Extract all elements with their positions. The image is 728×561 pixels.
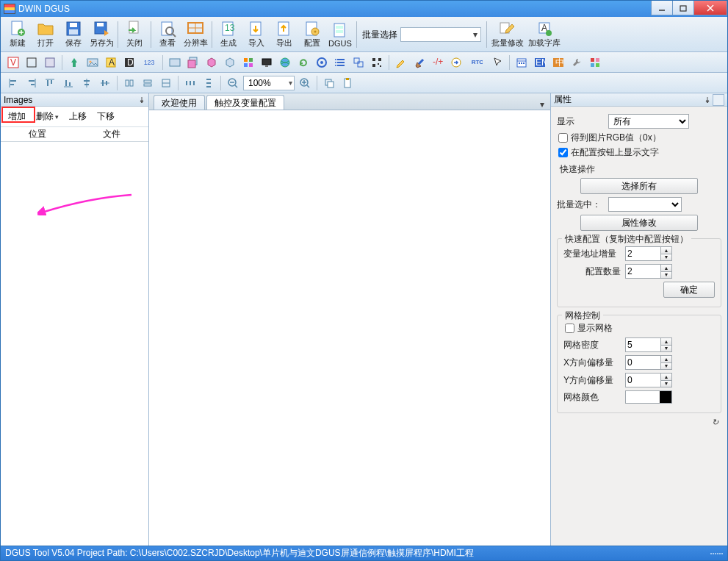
tool-image2-icon[interactable] xyxy=(167,54,183,71)
tool-globe-icon[interactable] xyxy=(277,54,293,71)
generate-button[interactable]: 13生成 xyxy=(215,18,242,51)
tool-square-icon[interactable] xyxy=(24,54,40,71)
align-center-h-icon[interactable] xyxy=(79,75,95,91)
dgus-button[interactable]: DGUS xyxy=(326,18,354,51)
close-window-button[interactable] xyxy=(693,1,727,15)
zoom-out-icon[interactable] xyxy=(225,75,241,91)
export-button[interactable]: 导出 xyxy=(270,18,298,51)
yoffset-spinner[interactable]: ▲▼ xyxy=(625,373,672,387)
tool-resize-icon[interactable] xyxy=(350,54,367,71)
tool-cursor-icon[interactable] xyxy=(489,54,505,71)
images-list[interactable] xyxy=(1,142,148,546)
tool-calendar-icon[interactable] xyxy=(513,54,530,71)
pin-icon[interactable] xyxy=(704,96,711,104)
tool-v-icon[interactable]: V xyxy=(5,54,21,71)
spin-down-icon[interactable]: ▼ xyxy=(660,345,672,353)
tool-en-icon[interactable]: EN xyxy=(532,54,548,71)
images-moveup-button[interactable]: 上移 xyxy=(65,109,91,124)
tab-welcome[interactable]: 欢迎使用 xyxy=(154,95,205,110)
batch-edit-button[interactable]: 批量修改 xyxy=(489,18,526,51)
zoom-combo[interactable]: 100%▾ xyxy=(243,76,295,90)
spin-down-icon[interactable]: ▼ xyxy=(660,254,672,262)
spin-up-icon[interactable]: ▲ xyxy=(660,373,672,380)
images-add-button[interactable]: 增加 xyxy=(4,109,30,124)
resolution-button[interactable]: 分辨率 xyxy=(181,18,209,51)
spin-down-icon[interactable]: ▼ xyxy=(660,380,672,388)
save-button[interactable]: 保存 xyxy=(60,18,87,51)
tool-list-icon[interactable] xyxy=(332,54,348,71)
rgb-checkbox[interactable] xyxy=(558,133,568,143)
tool-grid-icon[interactable] xyxy=(587,54,603,71)
resize-grip-icon[interactable] xyxy=(710,553,723,554)
align-left-icon[interactable] xyxy=(5,75,21,91)
distribute-h-icon[interactable] xyxy=(182,75,198,91)
refresh-icon[interactable]: ↻ xyxy=(712,418,718,427)
tool-brush-icon[interactable] xyxy=(411,54,428,71)
paste-icon[interactable] xyxy=(339,75,356,91)
spin-down-icon[interactable]: ▼ xyxy=(660,271,672,279)
tool-square2-icon[interactable] xyxy=(42,54,58,71)
display-select[interactable]: 所有 xyxy=(608,114,689,129)
tool-images-icon[interactable] xyxy=(185,54,201,71)
align-center-v-icon[interactable] xyxy=(97,75,113,91)
griddensity-spinner[interactable]: ▲▼ xyxy=(625,337,672,352)
spin-up-icon[interactable]: ▲ xyxy=(660,337,672,345)
gridcolor-picker[interactable] xyxy=(625,390,672,404)
import-button[interactable]: 导入 xyxy=(242,18,270,51)
ok-button[interactable]: 确定 xyxy=(663,282,715,298)
tool-d-icon[interactable]: D xyxy=(121,54,137,71)
same-width-icon[interactable] xyxy=(121,75,137,91)
zoom-in-icon[interactable] xyxy=(297,75,313,91)
images-movedown-button[interactable]: 下移 xyxy=(93,109,119,124)
align-right-icon[interactable] xyxy=(24,75,40,91)
tool-a-icon[interactable]: A xyxy=(103,54,119,71)
same-height-icon[interactable] xyxy=(140,75,156,91)
close-doc-button[interactable]: 关闭 xyxy=(120,18,148,51)
spin-up-icon[interactable]: ▲ xyxy=(660,264,672,271)
spin-down-icon[interactable]: ▼ xyxy=(660,362,672,371)
tool-refresh-icon[interactable] xyxy=(295,54,311,71)
tool-plusminus-icon[interactable]: -/+ xyxy=(430,54,446,71)
same-size-icon[interactable] xyxy=(158,75,174,91)
tab-dropdown-icon[interactable]: ▾ xyxy=(534,99,550,110)
canvas[interactable] xyxy=(149,110,550,546)
panel-menu-icon[interactable] xyxy=(713,94,724,106)
batchsel-select[interactable] xyxy=(608,197,682,212)
showtext-checkbox[interactable] xyxy=(558,148,568,157)
tool-wrench-icon[interactable] xyxy=(569,54,585,71)
maximize-button[interactable] xyxy=(672,1,694,15)
config-button[interactable]: 配置 xyxy=(298,18,326,51)
tool-cube2-icon[interactable] xyxy=(222,54,238,71)
load-font-button[interactable]: A加载字库 xyxy=(526,18,563,51)
open-button[interactable]: 打开 xyxy=(32,18,60,51)
tool-cn-icon[interactable]: 中 xyxy=(550,54,566,71)
tool-target-icon[interactable] xyxy=(314,54,330,71)
tool-qr-icon[interactable] xyxy=(369,54,385,71)
tool-123-icon[interactable]: 123 xyxy=(140,54,159,71)
copy-icon[interactable] xyxy=(321,75,337,91)
align-bottom-icon[interactable] xyxy=(60,75,76,91)
align-top-icon[interactable] xyxy=(42,75,58,91)
view-button[interactable]: 查看 xyxy=(154,18,181,51)
select-all-button[interactable]: 选择所有 xyxy=(580,178,698,194)
spin-up-icon[interactable]: ▲ xyxy=(660,246,672,254)
distribute-v-icon[interactable] xyxy=(201,75,217,91)
varaddr-spinner[interactable]: ▲▼ xyxy=(625,246,672,261)
tool-image-icon[interactable] xyxy=(84,54,101,71)
tool-rtc-icon[interactable]: RTC xyxy=(466,54,487,71)
batch-select-dropdown[interactable]: ▾ xyxy=(400,27,481,42)
edit-props-button[interactable]: 属性修改 xyxy=(580,215,698,231)
spin-up-icon[interactable]: ▲ xyxy=(660,355,672,362)
images-delete-button[interactable]: 删除 xyxy=(32,109,63,124)
new-button[interactable]: 新建 xyxy=(4,18,32,51)
tool-arrow-right-icon[interactable] xyxy=(448,54,464,71)
tool-monitor-icon[interactable] xyxy=(259,54,275,71)
tool-cube-icon[interactable] xyxy=(203,54,220,71)
xoffset-spinner[interactable]: ▲▼ xyxy=(625,355,672,370)
tool-edit-icon[interactable] xyxy=(393,54,409,71)
saveas-button[interactable]: 另存为 xyxy=(87,18,115,51)
tool-blocks-icon[interactable] xyxy=(240,54,256,71)
minimize-button[interactable] xyxy=(651,1,673,15)
tab-touchcfg[interactable]: 触控及变量配置 xyxy=(206,95,284,110)
cfgcount-spinner[interactable]: ▲▼ xyxy=(625,264,672,279)
